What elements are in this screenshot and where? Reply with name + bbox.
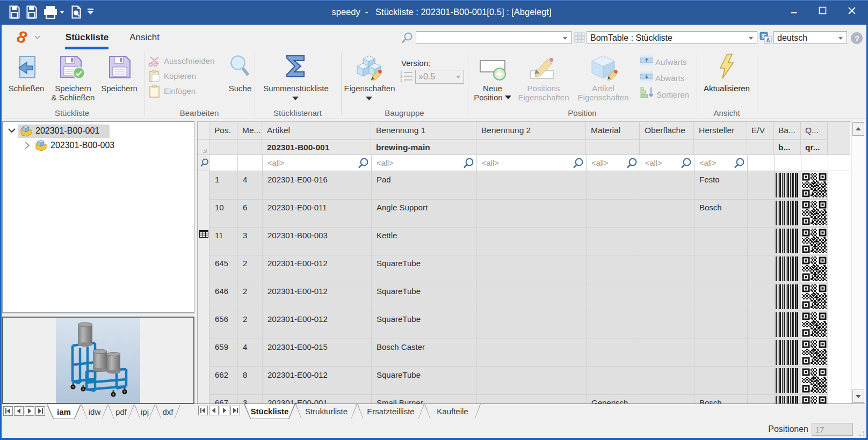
svg-text:A: A: [766, 37, 770, 43]
svg-text:8: 8: [17, 30, 29, 45]
svg-text:?: ?: [855, 34, 859, 43]
svg-text:2: 2: [400, 75, 402, 78]
svg-text:1: 1: [400, 71, 402, 75]
svg-text:3: 3: [400, 78, 402, 82]
